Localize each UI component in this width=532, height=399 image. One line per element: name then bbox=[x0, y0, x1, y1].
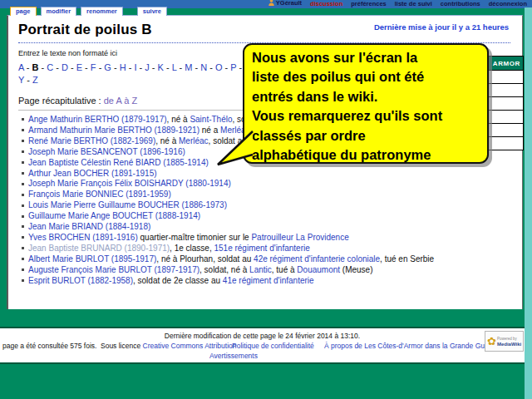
recap-label: Page récapitulative : bbox=[18, 96, 104, 106]
poilu-link[interactable]: Jean Marie BRIAND (1884-1918) bbox=[28, 222, 150, 231]
list-item: Yves BROCHEN (1891-1916) quartier-maître… bbox=[22, 233, 514, 244]
green-band bbox=[0, 309, 532, 328]
list-item: Joseph Marie François Félix BOISHARDY (1… bbox=[22, 179, 514, 190]
page-tabs: page modifier renommer suivre bbox=[10, 7, 171, 16]
alphabet-letter[interactable]: F bbox=[91, 62, 96, 72]
callout-tail bbox=[214, 130, 254, 168]
poilu-link[interactable]: Esprit BURLOT (1882-1958) bbox=[28, 276, 133, 285]
alphabet-letter[interactable]: G bbox=[104, 62, 111, 72]
poilu-text: , né à bbox=[155, 136, 179, 145]
poilu-text: quartier-maître timonier sur le bbox=[138, 233, 252, 242]
username-label: YGérault bbox=[276, 0, 302, 7]
screen: YGérault discussion préférences liste de… bbox=[0, 0, 532, 399]
poilu-text: , soldat, né à bbox=[200, 265, 249, 274]
logout-link[interactable]: déconnexion bbox=[489, 0, 527, 7]
license-text: Sous licence Creative Commons Attributio… bbox=[101, 342, 236, 350]
preferences-link[interactable]: préférences bbox=[351, 0, 387, 7]
alphabet-letter[interactable]: Y bbox=[18, 75, 24, 85]
alphabet-letter[interactable]: Z bbox=[32, 75, 38, 85]
mediawiki-flower-icon: ✿ bbox=[487, 336, 496, 347]
poilu-link[interactable]: Joseph Marie BESANCENOT (1896-1916) bbox=[28, 147, 185, 156]
list-item: Auguste François Marie BURLOT (1897-1917… bbox=[22, 265, 514, 276]
poilu-link[interactable]: Guillaume Marie Ange BOUCHET (1888-1914) bbox=[28, 211, 200, 220]
poilu-link[interactable]: Patrouilleur La Providence bbox=[251, 233, 348, 242]
alphabet-letter[interactable]: C bbox=[47, 62, 53, 72]
list-item: Esprit BURLOT (1882-1958), soldat de 2e … bbox=[22, 276, 514, 287]
alphabet-letter[interactable]: E bbox=[76, 62, 82, 72]
alphabet-letter[interactable]: P bbox=[230, 62, 236, 72]
poilu-link[interactable]: Saint-Thélo bbox=[190, 115, 232, 124]
annotation-text: Nous avons sur l'écran la liste des poil… bbox=[252, 48, 484, 165]
list-item: Guillaume Marie Ange BOUCHET (1888-1914) bbox=[22, 211, 514, 222]
tab-page[interactable]: page bbox=[10, 7, 37, 16]
list-item: Jean Baptiste BRUNARD (1890-1971), 1e cl… bbox=[22, 244, 514, 254]
poilu-link[interactable]: 42e régiment d'infanterie coloniale bbox=[254, 254, 380, 264]
disclaimer-link[interactable]: Avertissements bbox=[209, 352, 258, 360]
alphabet-letter[interactable]: D bbox=[62, 62, 68, 72]
poilu-text: , tué à bbox=[272, 265, 298, 274]
poilu-text: , né à Plourhan, soldat au bbox=[156, 254, 254, 264]
alphabet-letter[interactable]: L bbox=[172, 62, 177, 72]
poilu-link[interactable]: Yves BROCHEN (1891-1916) bbox=[28, 233, 138, 242]
poilu-text: , 1e classe, bbox=[170, 244, 214, 253]
watchlist-link[interactable]: liste de suivi bbox=[395, 0, 432, 7]
list-item: Albert Marie BURLOT (1895-1917), né à Pl… bbox=[22, 254, 514, 265]
discussion-link[interactable]: discussion bbox=[310, 0, 342, 7]
poilu-link[interactable]: Louis Marie Pierre Guillaume BOUCHER (18… bbox=[28, 200, 227, 209]
poilu-text: , soldat de 2e classe au bbox=[133, 276, 223, 285]
right-edge-strip bbox=[525, 7, 532, 399]
poilu-link[interactable]: René Marie BERTHO (1882-1969) bbox=[28, 136, 155, 145]
license-link[interactable]: Creative Commons Attribution bbox=[143, 342, 237, 350]
poilu-link[interactable]: Merléac bbox=[179, 136, 209, 145]
tab-renommer[interactable]: renommer bbox=[81, 7, 123, 16]
alphabet-letter[interactable]: M bbox=[185, 62, 192, 72]
page-views-text: page a été consultée 575 fois. bbox=[2, 342, 96, 350]
tab-suivre[interactable]: suivre bbox=[137, 7, 167, 16]
poilu-link[interactable]: François Marie BONNIEC (1891-1959) bbox=[28, 190, 171, 199]
poilu-text: , tué en Serbie bbox=[380, 254, 434, 264]
poilu-link[interactable]: Arthur Jean BOCHER (1891-1915) bbox=[28, 169, 157, 178]
alphabet-letter[interactable]: K bbox=[158, 62, 164, 72]
mediawiki-badge[interactable]: ✿ Powered by MediaWiki bbox=[485, 331, 524, 352]
privacy-link[interactable]: Politique de confidentialité bbox=[232, 342, 314, 350]
poilu-link[interactable]: Douaumont bbox=[297, 265, 340, 274]
alphabet-letter: B bbox=[32, 62, 39, 72]
user-links: YGérault discussion préférences liste de… bbox=[268, 0, 527, 7]
list-item: Louis Marie Pierre Guillaume BOUCHER (18… bbox=[22, 200, 514, 211]
poilu-link[interactable]: 151e régiment d'infanterie bbox=[214, 244, 309, 253]
alphabet-letter[interactable]: H bbox=[120, 62, 126, 72]
poilu-link[interactable]: Armand Mathurin Marie BERTHO (1889-1921) bbox=[28, 126, 200, 135]
alphabet-letter[interactable]: O bbox=[215, 62, 223, 72]
poilu-text: (Meuse) bbox=[340, 265, 372, 274]
alphabet-letter[interactable]: N bbox=[200, 62, 207, 72]
poilu-text: , né à bbox=[167, 115, 190, 124]
about-link[interactable]: À propos de Les Côtes-d'Armor dans la Gr… bbox=[324, 342, 497, 350]
user-icon bbox=[268, 0, 274, 7]
poilu-link[interactable]: Joseph Marie François Félix BOISHARDY (1… bbox=[28, 179, 231, 188]
recap-a-to-z-link[interactable]: de A à Z bbox=[104, 96, 137, 106]
poilu-link[interactable]: Lantic bbox=[249, 265, 272, 274]
list-item: Jean Marie BRIAND (1884-1918) bbox=[22, 222, 514, 233]
list-item: François Marie BONNIEC (1891-1959) bbox=[22, 190, 514, 200]
alphabet-letter[interactable]: I bbox=[134, 62, 136, 72]
license-prefix: Sous licence bbox=[101, 342, 143, 350]
poilu-link[interactable]: Auguste François Marie BURLOT (1897-1917… bbox=[28, 265, 200, 274]
tab-modifier[interactable]: modifier bbox=[41, 7, 77, 16]
alphabet-letter[interactable]: J bbox=[145, 62, 150, 72]
poilu-link[interactable]: Jean Baptiste Célestin René BIARD (1885-… bbox=[28, 158, 209, 167]
list-item: Arthur Jean BOCHER (1891-1915) bbox=[22, 169, 514, 180]
contributions-link[interactable]: contributions bbox=[441, 0, 480, 7]
last-update-note: Dernière mise à jour il y a 21 heures bbox=[374, 22, 509, 32]
poilu-link[interactable]: Jean Baptiste BRUNARD (1890-1971) bbox=[28, 244, 170, 253]
last-modified-text: Dernière modification de cette page le 2… bbox=[0, 332, 525, 340]
poilu-link[interactable]: Albert Marie BURLOT (1895-1917) bbox=[28, 254, 156, 264]
bottom-green-area bbox=[0, 362, 532, 399]
poilu-link[interactable]: Ange Mathurin BERTHO (1879-1917) bbox=[28, 115, 167, 124]
annotation-callout: Nous avons sur l'écran la liste des poil… bbox=[243, 43, 489, 164]
footer: Dernière modification de cette page le 2… bbox=[0, 328, 525, 362]
poilu-link[interactable]: 41e régiment d'infanterie bbox=[223, 276, 314, 285]
username-link[interactable]: YGérault bbox=[268, 0, 302, 7]
alphabet-letter[interactable]: A bbox=[18, 62, 24, 72]
badge-mediawiki: MediaWiki bbox=[497, 342, 521, 347]
